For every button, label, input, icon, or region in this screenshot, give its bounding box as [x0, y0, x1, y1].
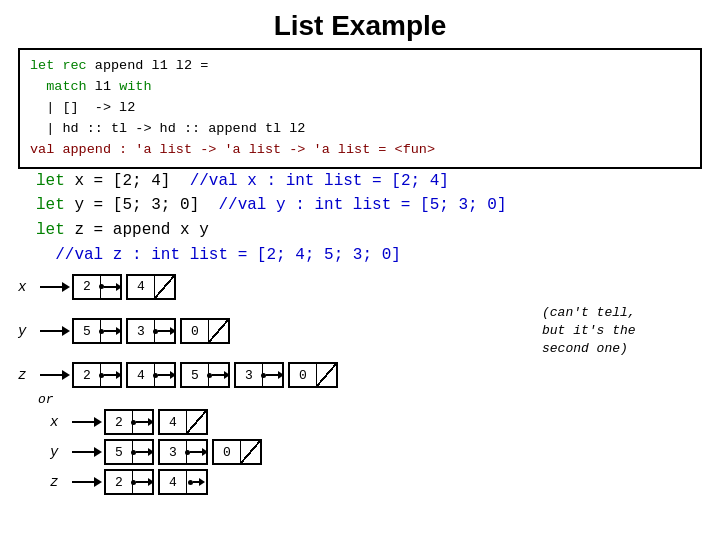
- x-arrow: [40, 282, 70, 292]
- y-cell-3: 0: [180, 318, 230, 344]
- y-arrow: [40, 326, 70, 336]
- y-cell-1: 5: [72, 318, 122, 344]
- diagram-row-x: x 2 4: [18, 274, 702, 300]
- let-lines: let x = [2; 4] //val x : int list = [2; …: [36, 169, 720, 268]
- sub-y-arrow: [72, 447, 102, 457]
- z-cell-5: 0: [288, 362, 338, 388]
- let-z: let z = append x y: [36, 218, 720, 243]
- x-cell-1: 2: [72, 274, 122, 300]
- sub-x-cell-1: 2: [104, 409, 154, 435]
- sub-y-cell-3: 0: [212, 439, 262, 465]
- var-x-label: x: [18, 279, 38, 295]
- sub-diagram-row-y: y 5 3 0: [50, 439, 702, 465]
- sub-var-z-label: z: [50, 474, 70, 490]
- sub-x-cell-2: 4: [158, 409, 208, 435]
- z-cell-4: 3: [234, 362, 284, 388]
- var-z-label: z: [18, 367, 38, 383]
- sub-x-arrow: [72, 417, 102, 427]
- x-cell-2: 4: [126, 274, 176, 300]
- code-line-5: val append : 'a list -> 'a list -> 'a li…: [30, 140, 690, 161]
- code-box: let rec append l1 l2 = match l1 with | […: [18, 48, 702, 169]
- sub-z-cell-1: 2: [104, 469, 154, 495]
- let-y: let y = [5; 3; 0] //val y : int list = […: [36, 193, 720, 218]
- cant-tell-note: (can't tell,but it's thesecond one): [542, 304, 702, 359]
- sub-var-x-label: x: [50, 414, 70, 430]
- let-z-comment: //val z : int list = [2; 4; 5; 3; 0]: [36, 243, 720, 268]
- sub-diagram-row-x: x 2 4: [50, 409, 702, 435]
- z-cell-1: 2: [72, 362, 122, 388]
- code-line-2: match l1 with: [30, 77, 690, 98]
- sub-z-arrow: [72, 477, 102, 487]
- code-line-4: | hd :: tl -> hd :: append tl l2: [30, 119, 690, 140]
- code-line-3: | [] -> l2: [30, 98, 690, 119]
- y-cell-2: 3: [126, 318, 176, 344]
- sub-var-y-label: y: [50, 444, 70, 460]
- z-arrow: [40, 370, 70, 380]
- diagram-row-z: z 2 4 5 3: [18, 362, 702, 388]
- diagram-row-y: y 5 3 0 (can't tell,but it's thesecond o…: [18, 304, 702, 359]
- var-y-label: y: [18, 323, 38, 339]
- z-cell-3: 5: [180, 362, 230, 388]
- z-cell-2: 4: [126, 362, 176, 388]
- sub-z-cell-2: 4: [158, 469, 208, 495]
- let-x: let x = [2; 4] //val x : int list = [2; …: [36, 169, 720, 194]
- sub-diagram-row-z: z 2 4: [50, 469, 702, 495]
- sub-y-cell-1: 5: [104, 439, 154, 465]
- sub-y-cell-2: 3: [158, 439, 208, 465]
- or-label: or: [38, 392, 702, 407]
- sub-diagrams: x 2 4 y 5 3: [50, 409, 702, 495]
- main-diagrams: x 2 4 y 5: [18, 274, 702, 408]
- code-line-1: let rec append l1 l2 =: [30, 56, 690, 77]
- page-title: List Example: [0, 0, 720, 48]
